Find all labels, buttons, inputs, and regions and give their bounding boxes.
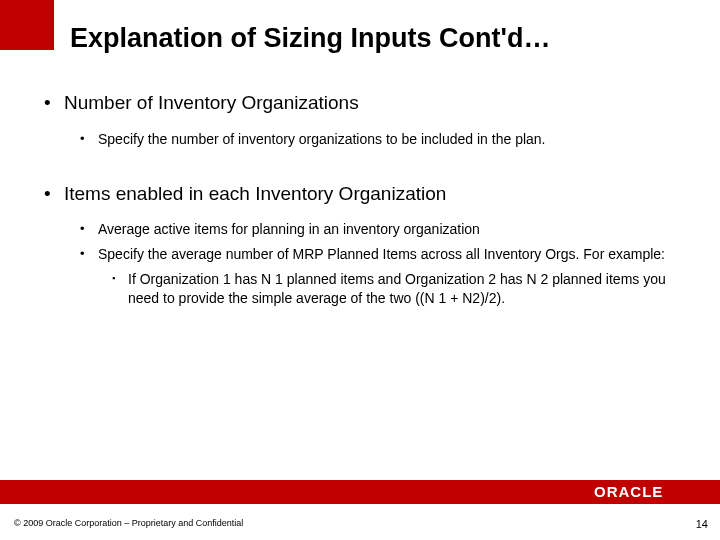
bullet-level1: Number of Inventory Organizations — [40, 90, 680, 116]
accent-block — [0, 0, 54, 50]
page-number: 14 — [696, 518, 708, 530]
bullet-level2: Specify the number of inventory organiza… — [74, 130, 680, 149]
bullet-level3: If Organization 1 has N 1 planned items … — [110, 270, 680, 308]
bullet-level2: Specify the average number of MRP Planne… — [74, 245, 680, 264]
oracle-logo: ORACLE — [594, 484, 704, 500]
bullet-level2: Average active items for planning in an … — [74, 220, 680, 239]
slide: Explanation of Sizing Inputs Cont'd… Num… — [0, 0, 720, 540]
oracle-logo-text: ORACLE — [594, 484, 663, 500]
copyright-text: © 2009 Oracle Corporation – Proprietary … — [14, 518, 243, 528]
slide-body: Number of Inventory Organizations Specif… — [40, 82, 680, 310]
bullet-level1: Items enabled in each Inventory Organiza… — [40, 181, 680, 207]
spacer — [40, 155, 680, 173]
slide-title: Explanation of Sizing Inputs Cont'd… — [70, 22, 550, 54]
